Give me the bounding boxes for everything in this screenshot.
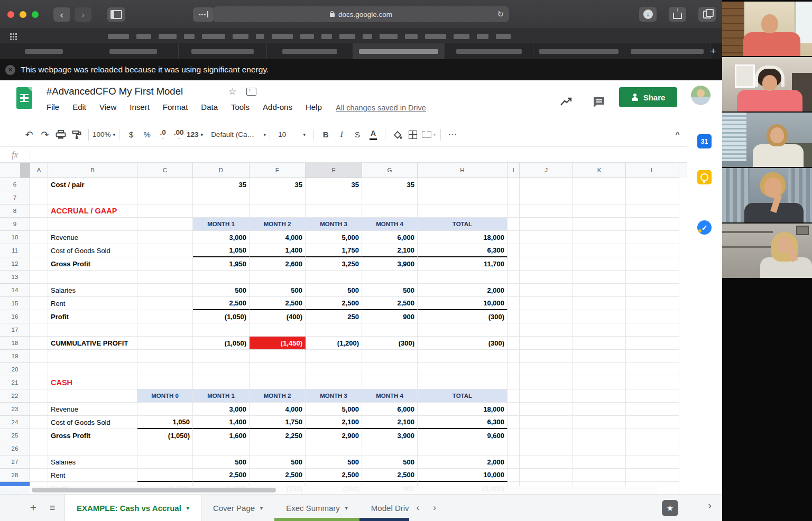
cell-E8[interactable] <box>250 204 306 218</box>
row-header-23[interactable]: 23 <box>0 403 30 416</box>
row-header-21[interactable]: 21 <box>0 376 30 389</box>
cell-G28[interactable]: 2,500 <box>362 469 418 482</box>
cell-J25[interactable] <box>520 429 573 442</box>
bookmark-item[interactable] <box>321 34 332 39</box>
menu-edit[interactable]: Edit <box>72 103 86 111</box>
cell-G20[interactable] <box>362 363 418 376</box>
cell-B28[interactable]: Rent <box>48 469 137 482</box>
cell-I6[interactable] <box>508 178 520 191</box>
show-all-tabs-button[interactable] <box>698 7 716 22</box>
cell-H8[interactable] <box>418 204 508 218</box>
cell-G12[interactable]: 3,900 <box>362 257 418 271</box>
row-header-28[interactable]: 28 <box>0 469 30 482</box>
print-button[interactable] <box>53 127 69 143</box>
cell-H17[interactable] <box>418 323 508 337</box>
cell-B17[interactable] <box>48 323 137 337</box>
column-header-C[interactable]: C <box>137 163 193 178</box>
cell-B26[interactable] <box>48 442 137 455</box>
formula-input[interactable] <box>30 147 722 162</box>
move-folder-icon[interactable] <box>246 88 256 96</box>
cell-I17[interactable] <box>508 323 520 337</box>
cell-C13[interactable] <box>137 271 193 284</box>
share-button[interactable]: Share <box>619 87 677 107</box>
cell-J14[interactable] <box>520 284 573 297</box>
bold-button[interactable]: B <box>318 127 334 143</box>
cell-G10[interactable]: 6,000 <box>362 231 418 244</box>
decrease-decimal-button[interactable]: .0← <box>155 127 171 143</box>
collapse-toolbar-button[interactable]: ^ <box>675 130 680 139</box>
cell-A26[interactable] <box>30 442 48 455</box>
cell-L28[interactable] <box>626 469 679 482</box>
tab-overview-button[interactable]: ••• <box>193 7 214 22</box>
row-header-20[interactable]: 20 <box>0 363 30 376</box>
cell-I20[interactable] <box>508 363 520 376</box>
bookmark-item[interactable] <box>108 34 129 39</box>
browser-tab[interactable] <box>267 43 353 59</box>
cell-L16[interactable] <box>626 310 679 323</box>
row-header-19[interactable]: 19 <box>0 350 30 363</box>
cell-J23[interactable] <box>520 403 573 416</box>
cell-H16[interactable]: (300) <box>418 310 508 323</box>
cell-K7[interactable] <box>573 191 626 204</box>
participant-video[interactable] <box>722 113 812 167</box>
calendar-icon[interactable]: 31 <box>697 134 712 148</box>
cell-J19[interactable] <box>520 350 573 363</box>
cell-B10[interactable]: Revenue <box>48 231 137 244</box>
cell-J21[interactable] <box>520 376 573 389</box>
cell-E28[interactable]: 2,500 <box>250 469 306 482</box>
row-header-12[interactable]: 12 <box>0 257 30 271</box>
undo-button[interactable]: ↶ <box>21 127 37 143</box>
cell-J16[interactable] <box>520 310 573 323</box>
row-header-26[interactable]: 26 <box>0 442 30 455</box>
row-header-24[interactable]: 24 <box>0 416 30 429</box>
cell-B6[interactable]: Cost / pair <box>48 178 137 191</box>
cell-F9[interactable]: MONTH 3 <box>306 218 362 231</box>
cell-J27[interactable] <box>520 455 573 469</box>
cell-F12[interactable]: 3,250 <box>306 257 362 271</box>
column-header-B[interactable]: B <box>48 163 137 178</box>
cell-I23[interactable] <box>508 403 520 416</box>
cell-K19[interactable] <box>573 350 626 363</box>
bookmark-item[interactable] <box>272 34 293 39</box>
sidebar-toggle-button[interactable] <box>107 7 125 22</box>
cell-F6[interactable]: 35 <box>306 178 362 191</box>
cell-E15[interactable]: 2,500 <box>250 297 306 310</box>
fill-color-button[interactable] <box>389 127 405 143</box>
cell-H23[interactable]: 18,000 <box>418 403 508 416</box>
font-select[interactable]: Default (Ca…▾ <box>211 127 266 143</box>
cell-H25[interactable]: 9,600 <box>418 429 508 442</box>
new-tab-button[interactable]: + <box>706 43 720 59</box>
cell-C15[interactable] <box>137 297 193 310</box>
cell-D23[interactable]: 3,000 <box>193 403 250 416</box>
insights-chart-icon[interactable] <box>559 96 573 108</box>
cell-K18[interactable] <box>573 337 626 350</box>
minimize-window-button[interactable] <box>20 11 26 18</box>
sheet-tab[interactable]: Exec Summary▾ <box>274 495 359 521</box>
cell-A15[interactable] <box>30 297 48 310</box>
cell-F21[interactable] <box>306 376 362 389</box>
cell-J24[interactable] <box>520 416 573 429</box>
row-header-13[interactable]: 13 <box>0 271 30 284</box>
menu-tools[interactable]: Tools <box>231 103 250 111</box>
bookmark-item[interactable] <box>339 34 355 39</box>
cell-A11[interactable] <box>30 244 48 257</box>
cell-G7[interactable] <box>362 191 418 204</box>
cell-K13[interactable] <box>573 271 626 284</box>
cell-C19[interactable] <box>137 350 193 363</box>
cell-J12[interactable] <box>520 257 573 271</box>
cell-H24[interactable]: 6,300 <box>418 416 508 429</box>
row-header-27[interactable]: 27 <box>0 455 30 469</box>
saved-status[interactable]: All changes saved in Drive <box>336 104 426 112</box>
cell-L22[interactable] <box>626 389 679 403</box>
cell-D28[interactable]: 2,500 <box>193 469 250 482</box>
cell-E21[interactable] <box>250 376 306 389</box>
close-icon[interactable]: × <box>5 65 15 75</box>
cell-F17[interactable] <box>306 323 362 337</box>
row-header-11[interactable]: 11 <box>0 244 30 257</box>
cell-E23[interactable]: 4,000 <box>250 403 306 416</box>
cell-A10[interactable] <box>30 231 48 244</box>
add-sheet-button[interactable]: + <box>25 501 41 514</box>
cell-I11[interactable] <box>508 244 520 257</box>
more-toolbar-button[interactable]: ⋯ <box>445 127 460 143</box>
cell-B12[interactable]: Gross Profit <box>48 257 137 271</box>
